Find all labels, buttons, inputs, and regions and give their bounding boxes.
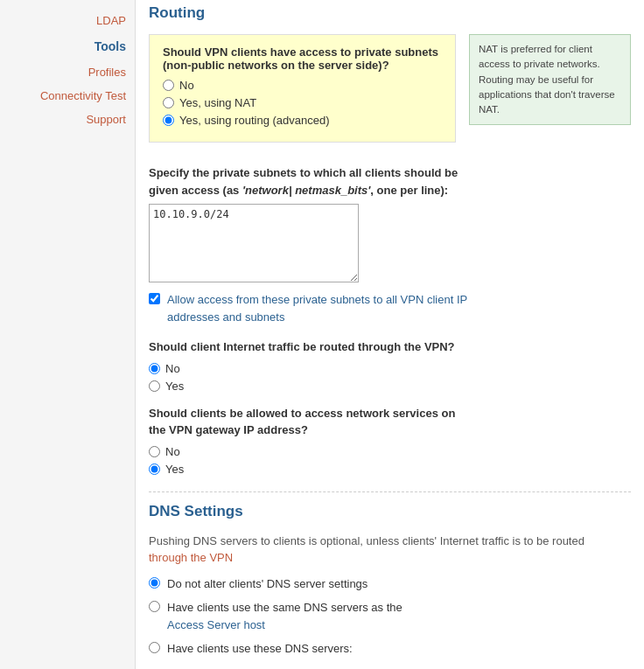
internet-radio-no[interactable] <box>149 363 160 374</box>
gateway-radio-no[interactable] <box>149 446 160 457</box>
top-row: Should VPN clients have access to privat… <box>149 34 631 156</box>
subnet-description: Specify the private subnets to which all… <box>149 164 472 199</box>
section-divider-1 <box>149 491 631 492</box>
dns-option3-label: Have clients use these DNS servers: <box>167 640 353 658</box>
dns-option2-label: Have clients use the same DNS servers as… <box>167 599 402 633</box>
nat-note-box: NAT is preferred for client access to pr… <box>469 34 631 125</box>
main-content: Routing Should VPN clients have access t… <box>136 0 644 669</box>
vpn-option-routing-label: Yes, using routing (advanced) <box>179 114 330 127</box>
dns-option2-row[interactable]: Have clients use the same DNS servers as… <box>149 599 612 633</box>
allow-access-label: Allow access from these private subnets … <box>167 291 472 325</box>
vpn-access-box: Should VPN clients have access to privat… <box>149 34 456 143</box>
internet-radio-yes[interactable] <box>149 380 160 392</box>
vpn-option-nat[interactable]: Yes, using NAT <box>163 96 442 109</box>
sidebar-item-profiles[interactable]: Profiles <box>0 60 135 84</box>
subnet-textarea[interactable]: 10.10.9.0/24 <box>149 204 359 282</box>
vpn-access-question: Should VPN clients have access to privat… <box>163 45 442 72</box>
sidebar-section-tools: Tools <box>0 32 135 60</box>
internet-no-option[interactable]: No <box>149 362 472 375</box>
dns-through-vpn-link[interactable]: through the VPN <box>149 551 233 564</box>
dns-option3-row[interactable]: Have clients use these DNS servers: <box>149 640 612 658</box>
sidebar-item-ldap[interactable]: LDAP <box>0 9 135 32</box>
gateway-yes-option[interactable]: Yes <box>149 463 472 476</box>
gateway-question: Should clients be allowed to access netw… <box>149 405 472 439</box>
internet-yes-option[interactable]: Yes <box>149 380 472 393</box>
dns-radio-option2[interactable] <box>149 601 160 612</box>
vpn-radio-no[interactable] <box>163 80 174 91</box>
internet-traffic-section: Should client Internet traffic be routed… <box>149 338 472 393</box>
dns-description: Pushing DNS servers to clients is option… <box>149 533 612 567</box>
vpn-option-no[interactable]: No <box>163 79 442 92</box>
vpn-option-routing[interactable]: Yes, using routing (advanced) <box>163 114 442 127</box>
access-server-host-link[interactable]: Access Server host <box>167 618 265 631</box>
vpn-radio-routing[interactable] <box>163 115 174 126</box>
dns-radio-option1[interactable] <box>149 577 160 589</box>
allow-access-checkbox[interactable] <box>149 293 160 304</box>
gateway-no-label: No <box>165 445 180 458</box>
internet-traffic-question: Should client Internet traffic be routed… <box>149 338 472 356</box>
allow-access-row[interactable]: Allow access from these private subnets … <box>149 291 472 325</box>
sidebar-item-connectivity-test[interactable]: Connectivity Test <box>0 84 135 108</box>
dns-heading: DNS Settings <box>149 503 612 524</box>
gateway-section: Should clients be allowed to access netw… <box>149 405 472 476</box>
dns-option1-label: Do not alter clients' DNS server setting… <box>167 575 368 593</box>
gateway-no-option[interactable]: No <box>149 445 472 458</box>
sidebar: LDAP Tools Profiles Connectivity Test Su… <box>0 0 136 669</box>
internet-no-label: No <box>165 362 180 375</box>
vpn-option-no-label: No <box>179 79 194 92</box>
gateway-yes-label: Yes <box>165 463 184 476</box>
vpn-radio-nat[interactable] <box>163 97 174 108</box>
nat-note-text: NAT is preferred for client access to pr… <box>479 44 615 115</box>
dns-radio-option3[interactable] <box>149 642 160 653</box>
gateway-radio-yes[interactable] <box>149 463 160 475</box>
dns-option1-row[interactable]: Do not alter clients' DNS server setting… <box>149 575 612 593</box>
sidebar-item-support[interactable]: Support <box>0 108 135 131</box>
vpn-option-nat-label: Yes, using NAT <box>179 96 256 109</box>
routing-heading: Routing <box>149 4 631 25</box>
dns-section: DNS Settings Pushing DNS servers to clie… <box>149 503 612 658</box>
subnet-section: Specify the private subnets to which all… <box>149 164 472 282</box>
internet-yes-label: Yes <box>165 380 184 393</box>
